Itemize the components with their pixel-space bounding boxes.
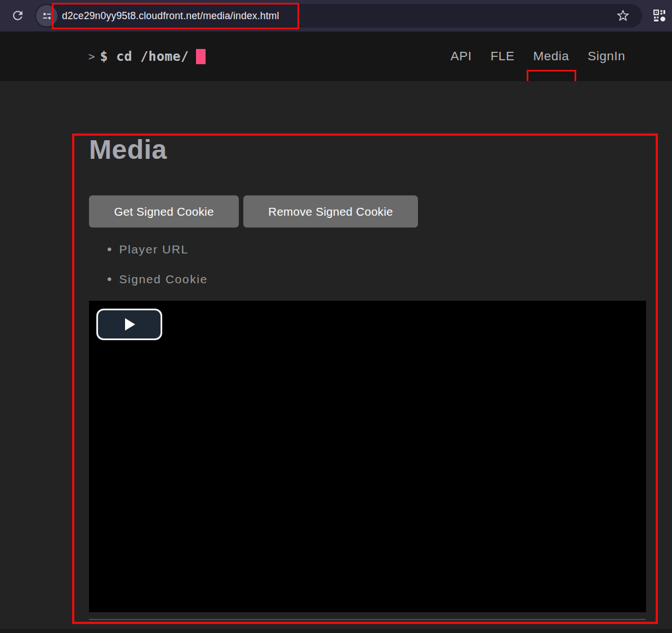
nav-link-media[interactable]: Media <box>533 49 569 64</box>
play-icon <box>123 317 136 332</box>
terminal-command: $ cd /home/ <box>100 49 189 64</box>
nav-link-fle[interactable]: FLE <box>491 49 515 64</box>
bullet-icon: • <box>107 243 112 256</box>
footer-strip <box>0 629 672 633</box>
play-button[interactable] <box>96 309 162 340</box>
horizontal-scrollbar[interactable] <box>89 619 646 620</box>
nav-link-signin[interactable]: SignIn <box>588 49 625 64</box>
site-controls-button[interactable] <box>36 5 57 26</box>
terminal-cursor <box>196 49 206 64</box>
cookie-button-row: Get Signed Cookie Remove Signed Cookie <box>89 195 418 228</box>
terminal-brand: > $ cd /home/ <box>88 32 206 81</box>
browser-toolbar: d2ce29n0yy95t8.cloudfront.net/media/inde… <box>0 0 672 32</box>
qr-code-icon <box>652 8 667 23</box>
terminal-prompt: > <box>88 50 95 63</box>
bookmark-button[interactable] <box>615 8 631 24</box>
nav-link-api[interactable]: API <box>451 49 472 64</box>
list-item-label: Player URL <box>119 243 188 256</box>
info-list: • Player URL • Signed Cookie <box>107 243 208 303</box>
reload-button[interactable] <box>10 7 25 23</box>
bullet-icon: • <box>107 273 112 286</box>
list-item-label: Signed Cookie <box>119 273 207 286</box>
video-player[interactable] <box>89 301 646 612</box>
get-signed-cookie-button[interactable]: Get Signed Cookie <box>89 195 239 228</box>
list-item-signed-cookie: • Signed Cookie <box>107 273 208 286</box>
page-title: Media <box>89 134 167 165</box>
list-item-player-url: • Player URL <box>107 243 208 256</box>
reload-icon <box>11 8 25 23</box>
site-header: > $ cd /home/ API FLE Media SignIn <box>0 32 672 81</box>
star-icon <box>616 9 630 23</box>
remove-signed-cookie-button[interactable]: Remove Signed Cookie <box>243 195 418 228</box>
main-content: Media Get Signed Cookie Remove Signed Co… <box>0 81 672 629</box>
qr-code-button[interactable] <box>651 7 668 24</box>
top-nav: API FLE Media SignIn <box>451 32 625 81</box>
url-text[interactable]: d2ce29n0yy95t8.cloudfront.net/media/inde… <box>62 4 279 28</box>
tune-icon <box>41 10 53 22</box>
address-bar[interactable]: d2ce29n0yy95t8.cloudfront.net/media/inde… <box>35 4 642 28</box>
